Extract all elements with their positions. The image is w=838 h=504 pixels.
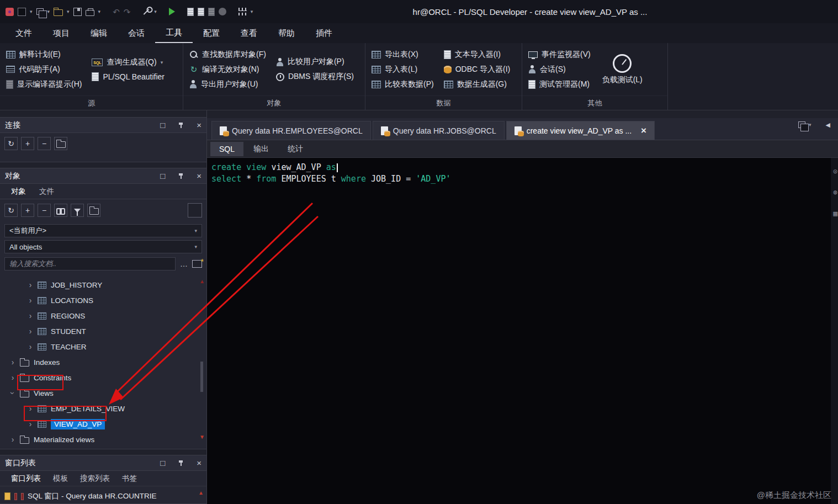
search-input[interactable]: 输入搜索文档.. xyxy=(4,257,176,270)
expand-button[interactable]: + xyxy=(21,204,34,217)
menu-file[interactable]: 文件 xyxy=(5,23,43,43)
export-tables-button[interactable]: 导出表(X) xyxy=(369,49,437,60)
tree-item-job-history[interactable]: › JOB_HISTORY xyxy=(0,277,206,293)
chevron-down-icon[interactable]: › xyxy=(8,389,17,397)
doc-tab-employees[interactable]: Query data HR.EMPLOYEES@ORCL xyxy=(211,121,371,140)
tab-output[interactable]: 输出 xyxy=(245,141,278,157)
test-manager-button[interactable]: 测试管理器(M) xyxy=(526,79,593,90)
browser-extra-button[interactable] xyxy=(188,203,202,217)
close-icon[interactable]: × xyxy=(197,172,201,180)
close-icon[interactable]: × xyxy=(641,126,646,135)
redo-button[interactable]: ↷ xyxy=(124,8,131,16)
undo-button[interactable]: ↶ xyxy=(113,8,120,16)
tree-item-constraints[interactable]: › Constraints xyxy=(0,370,206,385)
add-connection-button[interactable]: + xyxy=(21,137,34,150)
pin-icon[interactable] xyxy=(178,123,183,128)
tree-item-student[interactable]: › STUDENT xyxy=(0,323,206,339)
tab-bookmarks[interactable]: 书签 xyxy=(116,472,142,485)
new-document-caret-icon[interactable]: ▾ xyxy=(30,9,33,14)
beautifier-button[interactable]: PL/SQL Beautifier xyxy=(89,72,167,82)
maximize-icon[interactable]: □ xyxy=(160,459,165,467)
close-icon[interactable]: × xyxy=(197,121,201,129)
compiler-hints-button[interactable]: 显示编译器提示(H) xyxy=(3,79,84,90)
menu-view[interactable]: 查看 xyxy=(230,23,268,43)
tree-item-indexes[interactable]: › Indexes xyxy=(0,354,206,370)
menu-help[interactable]: 帮助 xyxy=(268,23,305,43)
tab-templates[interactable]: 模板 xyxy=(47,472,73,485)
dbms-scheduler-button[interactable]: DBMS 调度程序(S) xyxy=(273,71,357,82)
chevron-right-icon[interactable]: › xyxy=(26,404,34,413)
save-button[interactable] xyxy=(73,8,82,16)
sessions-button[interactable]: 会话(S) xyxy=(526,64,593,75)
text-importer-button[interactable]: 文本导入器(I) xyxy=(441,49,513,60)
tree-item-views[interactable]: › Views xyxy=(0,385,206,401)
tab-search-list[interactable]: 搜索列表 xyxy=(75,472,115,485)
import-tables-button[interactable]: 导入表(L) xyxy=(369,64,437,75)
browser-folder-button[interactable] xyxy=(87,204,100,217)
open-folder-button[interactable] xyxy=(54,9,63,16)
compare-table-data-button[interactable]: 比较表数据(P) xyxy=(369,79,437,90)
scroll-up-icon[interactable]: ▲ xyxy=(199,278,205,284)
chevron-right-icon[interactable]: › xyxy=(26,296,34,305)
menu-plugins[interactable]: 插件 xyxy=(305,23,343,43)
tree-item-teacher[interactable]: › TEACHER xyxy=(0,339,206,354)
editor-side-icon-3[interactable]: ▦ xyxy=(833,208,837,219)
tab-window-list[interactable]: 窗口列表 xyxy=(6,472,46,485)
tab-statistics[interactable]: 统计 xyxy=(279,141,312,157)
new-window-button[interactable] xyxy=(36,8,44,15)
export-user-objects-button[interactable]: 导出用户对象(U) xyxy=(187,79,269,90)
chevron-right-icon[interactable]: › xyxy=(26,327,34,336)
new-window-caret-icon[interactable]: ▾ xyxy=(47,9,50,14)
event-monitor-button[interactable]: 事件监视器(V) xyxy=(526,49,593,60)
doc-tab-jobs[interactable]: Query data HR.JOBS@ORCL xyxy=(373,121,505,140)
object-filter-dropdown[interactable]: All objects ▾ xyxy=(4,240,202,253)
remove-connection-button[interactable]: − xyxy=(38,137,51,150)
tree-item-view-ad-vp[interactable]: › VIEW_AD_VP xyxy=(0,416,206,432)
chevron-right-icon[interactable]: › xyxy=(26,280,34,289)
clipboard-page-icon[interactable] xyxy=(187,8,194,16)
collapse-left-icon[interactable]: ◀ xyxy=(826,122,830,128)
tree-item-sequences[interactable]: › Sequences xyxy=(0,447,206,449)
window-cascade-icon[interactable] xyxy=(798,121,805,128)
tree-item-materialized-views[interactable]: › Materialized views xyxy=(0,432,206,447)
editor-side-icon-2[interactable]: ⊛ xyxy=(833,187,837,198)
refresh-button[interactable]: ↻ xyxy=(4,204,18,217)
execute-button[interactable] xyxy=(169,8,175,15)
menu-session[interactable]: 会话 xyxy=(118,23,155,43)
clipboard-page-icon[interactable] xyxy=(208,8,215,16)
data-generator-button[interactable]: 数据生成器(G) xyxy=(441,79,513,90)
close-icon[interactable]: × xyxy=(197,459,201,467)
query-builder-caret-icon[interactable]: ▾ xyxy=(161,60,163,65)
pin-icon[interactable] xyxy=(178,460,183,466)
tab-files[interactable]: 文件 xyxy=(34,185,60,198)
chevron-right-icon[interactable]: › xyxy=(26,420,34,428)
search-options-button[interactable]: … xyxy=(179,259,189,268)
find-object-button[interactable] xyxy=(54,204,67,217)
collapse-button[interactable]: − xyxy=(38,204,51,217)
maximize-icon[interactable]: □ xyxy=(160,121,165,129)
compare-user-objects-button[interactable]: 比较用户对象(P) xyxy=(273,56,357,67)
explain-plan-button[interactable]: 解释计划(E) xyxy=(3,49,84,60)
editor-side-icon-1[interactable]: ⊙ xyxy=(833,166,837,177)
tab-objects[interactable]: 对象 xyxy=(6,185,31,198)
find-db-objects-button[interactable]: 查找数据库对象(F) xyxy=(187,49,269,60)
wizard-key-caret-icon[interactable]: ▾ xyxy=(154,9,157,14)
load-test-button[interactable]: 负载测试(L) xyxy=(598,54,647,85)
code-assistant-button[interactable]: 代码助手(A) xyxy=(3,64,84,75)
filter-sliders-button[interactable] xyxy=(238,8,247,15)
maximize-icon[interactable]: □ xyxy=(160,172,165,180)
new-document-button[interactable] xyxy=(18,8,26,16)
filter-button[interactable] xyxy=(71,204,84,217)
doc-tab-create-view[interactable]: create view view_AD_VP as ... × xyxy=(506,121,655,140)
odbc-importer-button[interactable]: ODBC 导入器(I) xyxy=(441,64,513,75)
wizard-key-button[interactable] xyxy=(144,9,150,15)
menu-configure[interactable]: 配置 xyxy=(193,23,230,43)
menu-project[interactable]: 项目 xyxy=(43,23,80,43)
tree-item-locations[interactable]: › LOCATIONS xyxy=(0,293,206,308)
scroll-up-icon[interactable]: ▲ xyxy=(198,490,204,496)
tree-item-emp-details-view[interactable]: › EMP_DETAILS_VIEW xyxy=(0,401,206,416)
compile-invalid-button[interactable]: 编译无效对象(N) xyxy=(187,64,269,75)
tab-sql[interactable]: SQL xyxy=(210,142,243,156)
print-button[interactable] xyxy=(86,10,94,16)
window-list-item[interactable]: SQL 窗口 - Query data HR.COUNTRIE xyxy=(0,489,206,503)
